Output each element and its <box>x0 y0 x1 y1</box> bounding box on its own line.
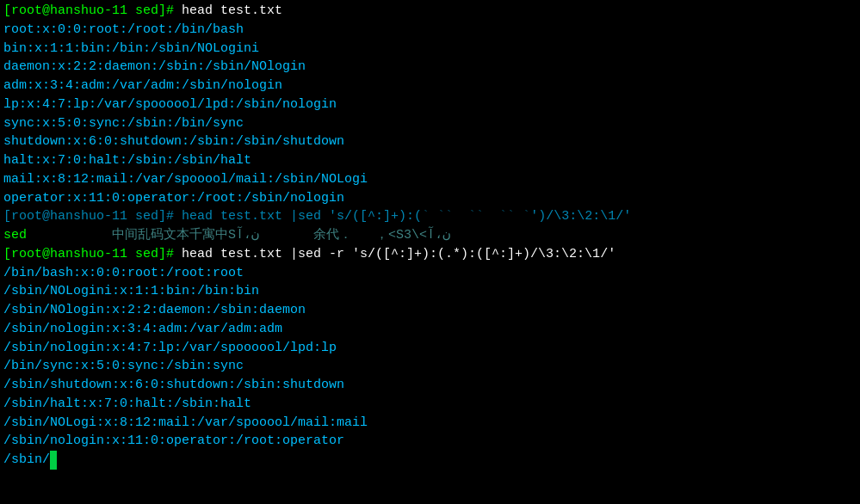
line-16: /sbin/NOLogini:x:1:1:bin:/bin:bin <box>3 282 857 301</box>
line-9: halt:x:7:0:halt:/sbin:/sbin/halt <box>3 151 857 170</box>
line-8: shutdown:x:6:0:shutdown:/sbin:/sbin/shut… <box>3 132 857 151</box>
prompt-1: [root@hanshuo-11 sed]# <box>3 3 182 18</box>
line-20: /bin/sync:x:5:0:sync:/sbin:sync <box>3 357 857 376</box>
line-5: adm:x:3:4:adm:/var/adm:/sbin/nologin <box>3 77 857 95</box>
line-2: root:x:0:0:root:/root:/bin/bash <box>3 21 857 40</box>
line-24: /sbin/nologin:x:11:0:operator:/root:oper… <box>3 432 857 451</box>
line-23: /sbin/NOLogi:x:8:12:mail:/var/spooool/ma… <box>3 414 857 433</box>
sed-label: sed <box>3 228 27 243</box>
line-15: /bin/bash:x:0:0:root:/root:root <box>3 264 857 283</box>
line-22: /sbin/halt:x:7:0:halt:/sbin:halt <box>3 395 857 414</box>
line-13: sed 中间乱码文本千寓中Sن،آ 余代． ，<Sن،آ>\3 <box>3 226 857 245</box>
sed-garbled: 中间乱码文本千寓中Sن،آ 余代． ，<Sن،آ>\3 <box>27 228 450 243</box>
line-1: [root@hanshuo-11 sed]# head test.txt <box>3 2 857 21</box>
line-18: /sbin/nologin:x:3:4:adm:/var/adm:adm <box>3 320 857 339</box>
line-7: sync:x:5:0:sync:/sbin:/bin/sync <box>3 114 857 133</box>
line-4: daemon:x:2:2:daemon:/sbin:/sbin/NOlogin <box>3 58 857 77</box>
cmd-2: head test.txt |sed -r 's/([^:]+):(.*):([… <box>182 247 616 261</box>
line-19: /sbin/nologin:x:4:7:lp:/var/spoooool/lpd… <box>3 339 857 358</box>
line-21: /sbin/shutdown:x:6:0:shutdown:/sbin:shut… <box>3 376 857 395</box>
terminal-window: [root@hanshuo-11 sed]# head test.txt roo… <box>0 0 860 504</box>
line-10: mail:x:8:12:mail:/var/spooool/mail:/sbin… <box>3 170 857 189</box>
cmd-1: head test.txt <box>182 3 282 18</box>
line-17: /sbin/NOlogin:x:2:2:daemon:/sbin:daemon <box>3 301 857 320</box>
prompt-2: [root@hanshuo-11 sed]# <box>3 247 182 261</box>
line-3: bin:x:1:1:bin:/bin:/sbin/NOLogini <box>3 40 857 58</box>
line-14: [root@hanshuo-11 sed]# head test.txt |se… <box>3 245 857 264</box>
line-25: /sbin/ <box>3 451 857 470</box>
line-12: [root@hanshuo-11 sed]# head test.txt |se… <box>3 207 857 226</box>
line-6: lp:x:4:7:lp:/var/spoooool/lpd:/sbin/nolo… <box>3 95 857 114</box>
line-11: operator:x:11:0:operator:/root:/sbin/nol… <box>3 189 857 208</box>
